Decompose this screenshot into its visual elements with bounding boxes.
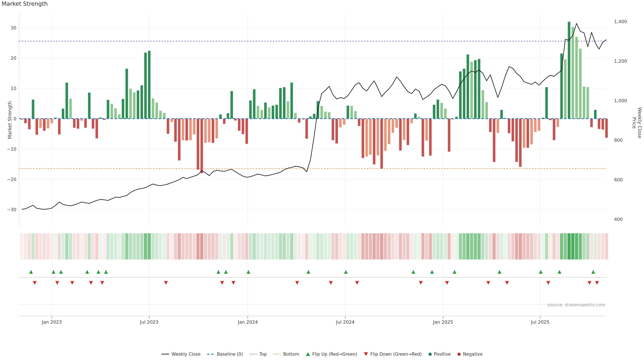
source-note: source: sharemaestro.com [548, 302, 606, 307]
legend-item-negative: Negative [458, 352, 483, 357]
positive-dot-icon [428, 353, 432, 356]
legend-label: Bottom [283, 352, 299, 357]
top-dotted-line-icon [250, 354, 257, 355]
legend-label: Baseline (0) [217, 352, 243, 357]
left-axis-tick-0: 0 [14, 116, 16, 121]
legend-label: Negative [463, 352, 483, 357]
right-axis-tick-600: 600 [614, 177, 623, 182]
legend-item-baseline: Baseline (0) [207, 352, 243, 357]
page-title: Market Strength [2, 0, 48, 7]
legend-item-weekly-close: Weekly Close [162, 352, 200, 357]
legend-item-bottom: Bottom [274, 352, 299, 357]
legend-item-top: Top [250, 352, 267, 357]
legend-item-flip-down: Flip Down (Green→Red) [364, 352, 422, 357]
bottom-dotted-line-icon [274, 354, 281, 355]
legend-label: Flip Up (Red→Green) [312, 352, 357, 357]
flip-down-triangle-icon [364, 352, 368, 356]
legend-item-positive: Positive [428, 352, 451, 357]
legend-label: Positive [434, 352, 451, 357]
left-axis-title: Market Strength [7, 100, 12, 140]
x-axis-tick-jul-2023: Jul 2023 [140, 320, 158, 325]
x-axis-tick-jul-2024: Jul 2024 [336, 320, 354, 325]
left-axis-tick-20: 20 [11, 55, 16, 61]
right-axis-title: Weekly Close Price [632, 101, 642, 145]
legend-label: Flip Down (Green→Red) [370, 352, 422, 357]
legend-label: Weekly Close [172, 352, 200, 357]
left-axis-tick-30: 30 [11, 25, 16, 30]
legend-item-flip-up: Flip Up (Red→Green) [306, 352, 357, 357]
right-axis-tick-400: 400 [614, 217, 623, 222]
market-strength-chart-canvas [0, 0, 644, 362]
left-axis-tick-10: 10 [11, 86, 16, 91]
x-axis-tick-jan-2024: Jan 2024 [238, 320, 258, 325]
right-axis-tick-800: 800 [614, 138, 623, 143]
baseline-dash-icon [207, 354, 214, 355]
legend-label: Top [260, 352, 267, 357]
left-axis-tick-n20: −20 [7, 177, 16, 182]
x-axis-tick-jan-2025: Jan 2025 [433, 320, 453, 325]
weekly-close-line-icon [162, 354, 169, 355]
chart-legend: Weekly Close Baseline (0) Top Bottom Fli… [0, 352, 644, 357]
x-axis-tick-jan-2023: Jan 2023 [42, 320, 62, 325]
x-axis-tick-jul-2025: Jul 2025 [531, 320, 550, 325]
market-strength-figure: Market Strength Market Strength Weekly C… [0, 0, 644, 362]
right-axis-tick-1000: 1,000 [614, 98, 627, 103]
flip-up-triangle-icon [306, 352, 310, 356]
right-axis-tick-1400: 1,400 [614, 19, 627, 24]
right-axis-tick-1200: 1,200 [614, 58, 627, 64]
left-axis-tick-n10: −10 [7, 146, 16, 152]
left-axis-tick-n30: −30 [7, 207, 16, 212]
negative-dot-icon [458, 353, 461, 356]
